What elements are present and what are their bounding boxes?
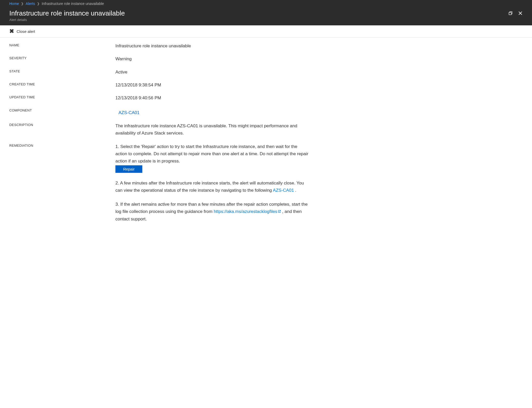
breadcrumb-home[interactable]: Home	[9, 2, 19, 6]
label-created-time: CREATED TIME	[9, 82, 115, 86]
label-name: NAME	[9, 43, 115, 47]
value-severity: Warning	[115, 56, 309, 62]
label-updated-time: UPDATED TIME	[9, 95, 115, 99]
header: Infrastructure role instance unavailable…	[0, 7, 532, 25]
label-state: STATE	[9, 69, 115, 73]
external-link-icon	[278, 208, 281, 215]
remediation-content: 1. Select the 'Repair' action to try to …	[115, 143, 309, 222]
value-description: The infrastructure role instance AZS-CA0…	[115, 122, 309, 137]
svg-rect-0	[509, 12, 511, 15]
breadcrumb-current: Infrastructure role instance unavailable	[42, 2, 104, 6]
component-link[interactable]: AZS-CA01	[115, 108, 139, 116]
page-title: Infrastructure role instance unavailable	[9, 9, 125, 17]
value-name: Infrastructure role instance unavailable	[115, 43, 309, 49]
chevron-right-icon: ❯	[37, 2, 40, 5]
value-state: Active	[115, 69, 309, 76]
remediation-step3-link[interactable]: https://aka.ms/azurestacklogfiles	[214, 209, 277, 214]
restore-window-icon[interactable]	[508, 11, 513, 16]
value-created-time: 12/13/2018 9:38:54 PM	[115, 82, 309, 88]
close-icon[interactable]	[518, 11, 523, 16]
close-alert-label: Close alert	[17, 29, 35, 34]
close-icon: ✖	[9, 28, 14, 34]
page-subtitle: Alert details	[9, 18, 125, 22]
label-remediation: REMEDIATION	[9, 143, 115, 147]
label-component: COMPONENT	[9, 108, 115, 112]
remediation-step2-text-b: .	[294, 188, 296, 193]
chevron-right-icon: ❯	[21, 2, 24, 5]
repair-button[interactable]: Repair	[115, 165, 142, 173]
breadcrumb-alerts[interactable]: Alerts	[26, 2, 35, 6]
label-description: DESCRIPTION	[9, 122, 115, 127]
close-alert-button[interactable]: ✖ Close alert	[0, 25, 532, 38]
breadcrumb: Home ❯ Alerts ❯ Infrastructure role inst…	[0, 0, 532, 7]
label-severity: SEVERITY	[9, 56, 115, 60]
remediation-step1-text: 1. Select the 'Repair' action to try to …	[115, 144, 308, 164]
value-updated-time: 12/13/2018 9:40:56 PM	[115, 95, 309, 101]
remediation-step2-link[interactable]: AZS-CA01	[273, 188, 294, 193]
